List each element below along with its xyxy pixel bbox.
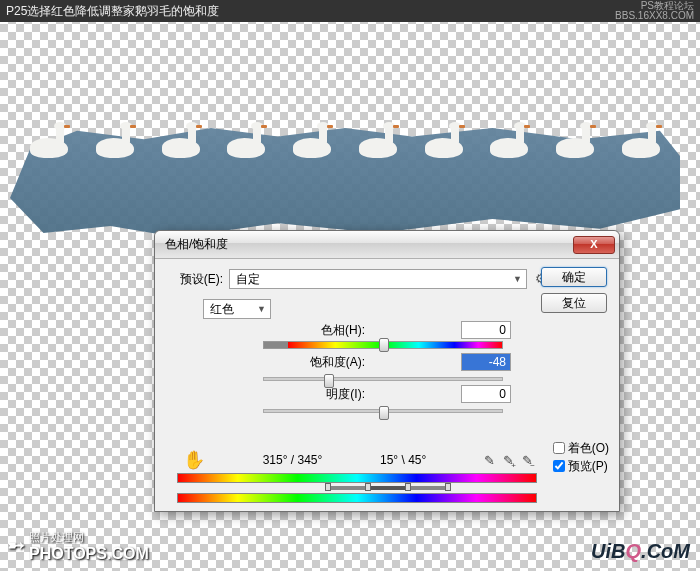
hue-slider[interactable] — [263, 341, 503, 349]
caption-bar: P25选择红色降低调整家鹅羽毛的饱和度 PS教程论坛 BBS.16XX8.COM — [0, 0, 700, 22]
dialog-title: 色相/饱和度 — [165, 236, 228, 253]
eyedropper-plus-icon[interactable]: ✎ — [503, 453, 514, 468]
angle-left: 315° / 345° — [263, 453, 323, 467]
spectrum-top — [177, 473, 537, 483]
watermark-bottom-right: UiBQ.CoM — [591, 540, 690, 563]
hue-saturation-dialog: 色相/饱和度 X 预设(E): 自定 ▼ ⚙ 确定 复位 红色 ▼ 色相(H):… — [154, 230, 620, 512]
goose — [30, 124, 78, 158]
cancel-button[interactable]: 复位 — [541, 293, 607, 313]
preset-row: 预设(E): 自定 ▼ — [167, 269, 527, 289]
preview-label: 预览(P) — [568, 458, 608, 475]
hue-thumb[interactable] — [379, 338, 389, 352]
dialog-body: 预设(E): 自定 ▼ ⚙ 确定 复位 红色 ▼ 色相(H): 0 — [155, 259, 619, 511]
hue-row: 色相(H): 0 — [255, 321, 511, 349]
lightness-label: 明度(I): — [255, 386, 365, 403]
angle-right: 15° \ 45° — [380, 453, 426, 467]
hue-input[interactable]: 0 — [461, 321, 511, 339]
eyedropper-group: ✎ ✎ ✎ — [484, 453, 533, 468]
goose — [162, 124, 210, 158]
lightness-thumb[interactable] — [379, 406, 389, 420]
saturation-row: 饱和度(A): -48 — [255, 353, 511, 381]
lightness-input[interactable]: 0 — [461, 385, 511, 403]
ok-button[interactable]: 确定 — [541, 267, 607, 287]
lightness-row: 明度(I): 0 — [255, 385, 511, 413]
spectrum-group — [177, 473, 537, 503]
checkbox-column: 着色(O) 预览(P) — [553, 439, 609, 475]
preset-value: 自定 — [236, 271, 260, 288]
goose — [425, 124, 473, 158]
hue-label: 色相(H): — [255, 322, 365, 339]
caption-text: P25选择红色降低调整家鹅羽毛的饱和度 — [6, 3, 219, 20]
saturation-thumb[interactable] — [324, 374, 334, 388]
colorize-checkbox[interactable] — [553, 442, 565, 454]
preset-label: 预设(E): — [167, 271, 223, 288]
lightness-slider[interactable] — [263, 409, 503, 413]
scrubby-hand-icon[interactable]: ✋ — [183, 449, 205, 471]
preview-row: 预览(P) — [553, 457, 609, 475]
range-core[interactable] — [367, 486, 407, 490]
dialog-titlebar[interactable]: 色相/饱和度 X — [155, 231, 619, 259]
saturation-input[interactable]: -48 — [461, 353, 511, 371]
goose — [490, 124, 538, 158]
range-marker[interactable] — [325, 483, 331, 491]
goose — [622, 124, 670, 158]
range-falloff-left[interactable] — [327, 486, 367, 490]
geese-image-layer — [30, 108, 670, 158]
eyedropper-minus-icon[interactable]: ✎ — [522, 453, 533, 468]
saturation-slider[interactable] — [263, 377, 503, 381]
goose — [227, 124, 275, 158]
range-marker[interactable] — [405, 483, 411, 491]
saturation-label: 饱和度(A): — [255, 354, 365, 371]
slider-group: 色相(H): 0 饱和度(A): -48 明度(I): — [255, 321, 511, 417]
goose — [359, 124, 407, 158]
preset-select[interactable]: 自定 ▼ — [229, 269, 527, 289]
chevron-down-icon: ▼ — [257, 304, 266, 314]
watermark-bottom-left: ➸ 照片处理网 PHOTOPS.COM — [8, 527, 149, 563]
channel-row: 红色 ▼ — [203, 299, 271, 319]
range-falloff-right[interactable] — [407, 486, 447, 490]
channel-select[interactable]: 红色 ▼ — [203, 299, 271, 319]
close-button[interactable]: X — [573, 236, 615, 254]
range-markers[interactable] — [177, 484, 537, 492]
eyedropper-icon[interactable]: ✎ — [484, 453, 495, 468]
colorize-row: 着色(O) — [553, 439, 609, 457]
forum-watermark: PS教程论坛 BBS.16XX8.COM — [615, 1, 694, 21]
preview-checkbox[interactable] — [553, 460, 565, 472]
chevron-down-icon: ▼ — [513, 274, 522, 284]
range-marker[interactable] — [445, 483, 451, 491]
range-marker[interactable] — [365, 483, 371, 491]
goose — [293, 124, 341, 158]
angles-row: ✋ 315° / 345° 15° \ 45° ✎ ✎ ✎ — [183, 449, 533, 471]
channel-value: 红色 — [210, 301, 234, 318]
goose — [556, 124, 604, 158]
colorize-label: 着色(O) — [568, 440, 609, 457]
goose — [96, 124, 144, 158]
spectrum-bottom — [177, 493, 537, 503]
